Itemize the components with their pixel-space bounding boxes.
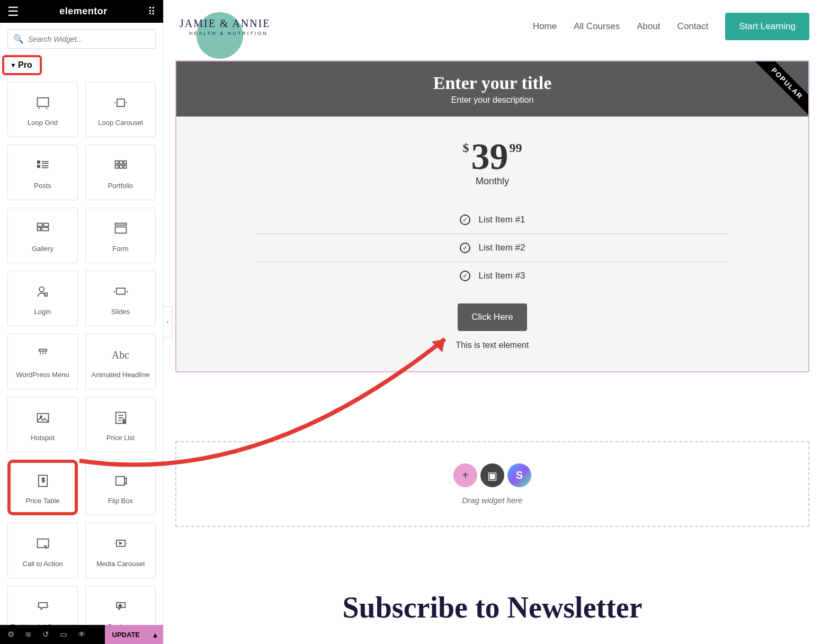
search-input[interactable] bbox=[28, 35, 150, 43]
widget-slides[interactable]: Slides bbox=[85, 271, 156, 326]
nav-about[interactable]: About bbox=[637, 21, 660, 32]
widget-form[interactable]: Form bbox=[85, 208, 156, 263]
svg-rect-9 bbox=[123, 165, 126, 168]
caret-down-icon: ▾ bbox=[12, 61, 15, 69]
widget-price-table[interactable]: $Price Table bbox=[7, 460, 78, 515]
widget-label: Portfolio bbox=[108, 182, 133, 190]
svg-rect-2 bbox=[37, 161, 40, 164]
s-icon[interactable]: S bbox=[507, 463, 531, 487]
feature-text: List Item #2 bbox=[479, 243, 525, 253]
widget-label: Gallery bbox=[32, 245, 53, 253]
hamburger-icon[interactable]: ☰ bbox=[7, 4, 19, 19]
widget-label: Hotspot bbox=[31, 434, 55, 442]
svg-rect-18 bbox=[116, 288, 124, 294]
template-library-icon[interactable]: ▣ bbox=[480, 463, 504, 487]
widget-posts[interactable]: Posts bbox=[7, 145, 78, 200]
currency-symbol: $ bbox=[463, 141, 469, 155]
price-display[interactable]: $ 39 99 bbox=[463, 136, 522, 178]
Hotspot-icon bbox=[35, 407, 50, 428]
widget-wordpress-menu[interactable]: WordPress Menu bbox=[7, 334, 78, 389]
pricing-title[interactable]: Enter your title bbox=[176, 73, 808, 93]
svg-rect-7 bbox=[115, 165, 118, 168]
widget-reviews[interactable]: Reviews bbox=[85, 586, 156, 625]
start-learning-button[interactable]: Start Learning bbox=[725, 13, 809, 40]
svg-rect-19 bbox=[39, 350, 47, 352]
grid-menu-icon[interactable]: ⠿ bbox=[148, 5, 156, 18]
Price List-icon: $ bbox=[113, 407, 128, 428]
check-icon: ✓ bbox=[460, 271, 470, 281]
widget-dropzone[interactable]: + ▣ S Drag widget here bbox=[175, 441, 809, 527]
price-amount: 39 bbox=[471, 136, 508, 178]
widget-call-to-action[interactable]: Call to Action bbox=[7, 523, 78, 578]
svg-rect-17 bbox=[44, 293, 47, 296]
search-icon: 🔍 bbox=[13, 34, 24, 44]
site-logo-subtitle: HEALTH & NUTRITION bbox=[189, 31, 271, 36]
update-button[interactable]: UPDATE bbox=[105, 625, 147, 644]
widget-loop-carousel[interactable]: Loop Carousel bbox=[85, 82, 156, 137]
check-icon: ✓ bbox=[460, 243, 470, 253]
check-icon: ✓ bbox=[460, 214, 470, 225]
site-logo-text: JAMIE & ANNIE bbox=[180, 17, 271, 30]
widget-animated-headline[interactable]: AbcAnimated Headline bbox=[85, 334, 156, 389]
price-table-widget[interactable]: POPULAR Enter your title Enter your desc… bbox=[175, 60, 809, 372]
widget-loop-grid[interactable]: Loop Grid bbox=[7, 82, 78, 137]
widget-login[interactable]: Login bbox=[7, 271, 78, 326]
preview-icon[interactable]: 👁 bbox=[78, 630, 86, 639]
nav-courses[interactable]: All Courses bbox=[574, 21, 620, 32]
site-logo[interactable]: JAMIE & ANNIE HEALTH & NUTRITION bbox=[175, 17, 271, 36]
price-cents: 99 bbox=[510, 141, 522, 155]
Slides-icon bbox=[113, 281, 128, 302]
widget-gallery[interactable]: Gallery bbox=[7, 208, 78, 263]
widget-label: WordPress Menu bbox=[16, 371, 69, 379]
widget-media-carousel[interactable]: Media Carousel bbox=[85, 523, 156, 578]
Reviews-icon bbox=[113, 596, 128, 618]
canvas-area: JAMIE & ANNIE HEALTH & NUTRITION Home Al… bbox=[164, 0, 821, 644]
svg-rect-4 bbox=[115, 161, 118, 164]
nav-home[interactable]: Home bbox=[533, 21, 557, 32]
Media Carousel-icon bbox=[113, 533, 128, 554]
settings-icon[interactable]: ⚙ bbox=[7, 630, 14, 639]
elementor-sidebar: ☰ elementor ⠿ 🔍 ▾ Pro Loop GridLoop Caro… bbox=[0, 0, 164, 644]
widget-label: Reviews bbox=[108, 623, 133, 625]
elementor-logo: elementor bbox=[59, 6, 108, 17]
feature-row[interactable]: ✓List Item #2 bbox=[256, 234, 729, 262]
pro-section-toggle[interactable]: ▾ Pro bbox=[2, 55, 42, 75]
Animated Headline-icon: Abc bbox=[112, 344, 129, 365]
widget-label: Call to Action bbox=[23, 560, 63, 568]
price-period[interactable]: Monthly bbox=[256, 176, 729, 187]
click-here-button[interactable]: Click Here bbox=[458, 303, 526, 331]
feature-row[interactable]: ✓List Item #1 bbox=[256, 206, 729, 234]
widgets-panel[interactable]: Loop GridLoop CarouselPostsPortfolioGall… bbox=[0, 82, 163, 625]
search-box[interactable]: 🔍 bbox=[7, 29, 156, 49]
nav-contact[interactable]: Contact bbox=[677, 21, 709, 32]
pricing-header: Enter your title Enter your description bbox=[176, 61, 808, 117]
history-icon[interactable]: ↺ bbox=[42, 630, 49, 639]
text-element[interactable]: This is text element bbox=[256, 341, 729, 350]
Portfolio-icon bbox=[113, 155, 128, 176]
Posts-icon bbox=[35, 155, 50, 176]
svg-rect-11 bbox=[43, 223, 48, 227]
feature-row[interactable]: ✓List Item #3 bbox=[256, 262, 729, 290]
WordPress Menu-icon bbox=[35, 344, 50, 365]
pricing-description[interactable]: Enter your description bbox=[176, 95, 808, 105]
widget-hotspot[interactable]: Hotspot bbox=[7, 397, 78, 452]
Loop Carousel-icon bbox=[113, 92, 128, 113]
add-section-icon[interactable]: + bbox=[453, 463, 477, 487]
widget-testimonial-carousel[interactable]: Testimonial Carousel bbox=[7, 586, 78, 625]
widget-label: Testimonial Carousel bbox=[11, 623, 75, 625]
widget-price-list[interactable]: $Price List bbox=[85, 397, 156, 452]
update-options-icon[interactable]: ▴ bbox=[147, 625, 163, 644]
responsive-icon[interactable]: ▭ bbox=[60, 630, 67, 639]
Gallery-icon bbox=[35, 218, 50, 239]
collapse-sidebar-handle[interactable]: ‹ bbox=[164, 306, 172, 338]
bottom-bar: ⚙ ≋ ↺ ▭ 👁 UPDATE ▴ bbox=[0, 625, 163, 644]
widget-flip-box[interactable]: Flip Box bbox=[85, 460, 156, 515]
pro-label: Pro bbox=[18, 60, 32, 70]
navigator-icon[interactable]: ≋ bbox=[25, 630, 32, 639]
svg-marker-29 bbox=[119, 542, 122, 545]
widget-portfolio[interactable]: Portfolio bbox=[85, 145, 156, 200]
newsletter-heading[interactable]: Subscribe to Newsletter bbox=[175, 591, 809, 630]
svg-text:$: $ bbox=[122, 419, 125, 424]
feature-text: List Item #3 bbox=[479, 271, 525, 281]
svg-rect-14 bbox=[115, 223, 126, 226]
